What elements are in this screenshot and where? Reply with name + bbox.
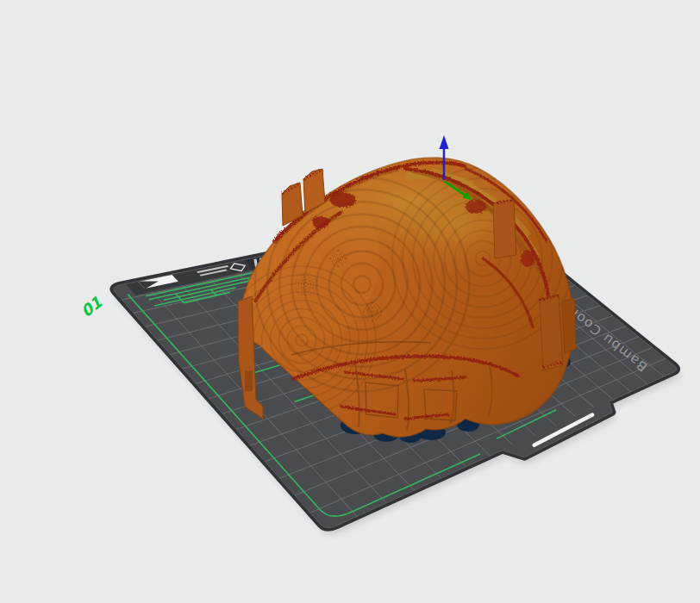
slicer-3d-viewport[interactable]: Bambu Cool Plate 01 (0, 0, 700, 603)
scene-canvas[interactable]: Bambu Cool Plate 01 (0, 0, 700, 603)
